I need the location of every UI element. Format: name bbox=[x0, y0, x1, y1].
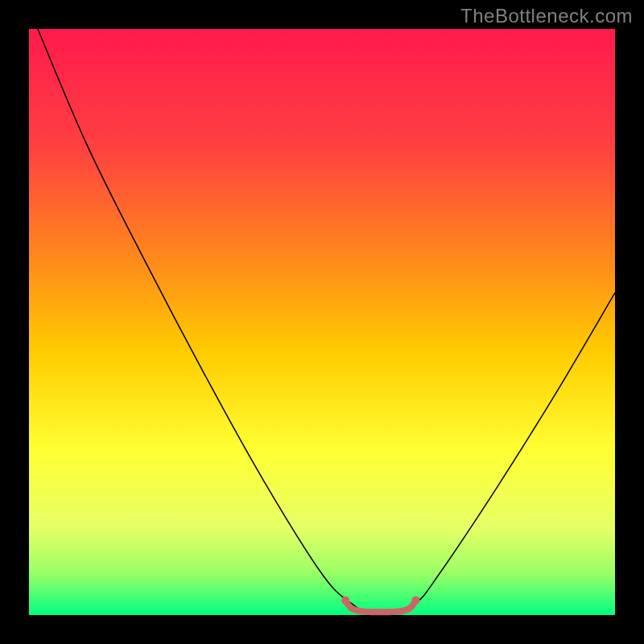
flat-zone-start-dot bbox=[341, 597, 349, 605]
watermark-text: TheBottleneck.com bbox=[460, 5, 633, 27]
flat-zone-end-dot bbox=[411, 597, 419, 605]
bottleneck-chart bbox=[0, 0, 644, 644]
chart-svg bbox=[0, 0, 644, 644]
chart-plot-background bbox=[29, 29, 615, 615]
